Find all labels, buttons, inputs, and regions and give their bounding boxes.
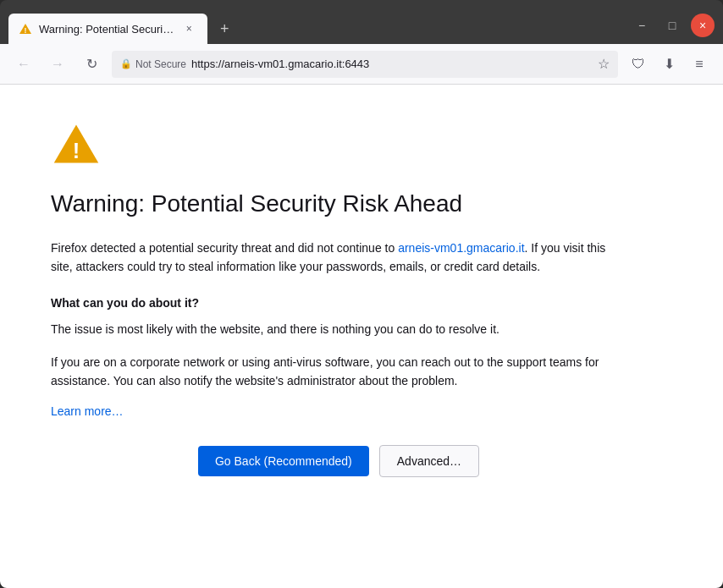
maximize-button[interactable]: □ [660,14,684,37]
nav-actions: 🛡 ⬇ ≡ [625,51,713,78]
minimize-button[interactable]: − [630,14,654,37]
not-secure-badge: 🔒 Not Secure [120,58,186,70]
lock-icon: 🔒 [120,58,132,69]
browser-window: ! Warning: Potential Securi… × + − □ × ←… [0,0,723,588]
url-suffix: :6443 [342,58,370,70]
title-bar: ! Warning: Potential Securi… × + − □ × [0,0,723,44]
tab-title: Warning: Potential Securi… [39,23,174,36]
shield-button[interactable]: 🛡 [625,51,652,78]
info-text-1: The issue is most likely with the websit… [51,320,626,338]
nav-bar: ← → ↻ 🔒 Not Secure https://arneis-vm01.g… [0,44,723,85]
svg-text:!: ! [73,139,80,162]
close-button[interactable]: × [691,14,715,37]
url-domain: gmacario.it [288,58,342,70]
menu-button[interactable]: ≡ [686,51,713,78]
address-url: https://arneis-vm01.gmacario.it:6443 [191,58,593,70]
description-part1: Firefox detected a potential security th… [51,241,398,255]
button-row: Go Back (Recommended) Advanced… [51,445,626,477]
not-secure-label: Not Secure [135,58,186,70]
tab-warning-icon: ! [19,22,32,36]
bookmark-star-icon[interactable]: ☆ [598,56,610,72]
download-button[interactable]: ⬇ [655,51,682,78]
learn-more-link[interactable]: Learn more… [51,404,672,418]
back-button[interactable]: ← [10,51,37,78]
tab-close-button[interactable]: × [180,20,197,37]
what-can-do-heading: What can you do about it? [51,296,672,310]
new-tab-button[interactable]: + [211,15,238,42]
svg-text:!: ! [25,26,27,35]
forward-button[interactable]: → [44,51,71,78]
address-bar[interactable]: 🔒 Not Secure https://arneis-vm01.gmacari… [112,51,618,78]
go-back-button[interactable]: Go Back (Recommended) [198,446,369,476]
menu-icon: ≡ [695,57,703,72]
shield-icon: 🛡 [632,57,645,72]
page-title: Warning: Potential Security Risk Ahead [51,190,672,218]
download-icon: ⬇ [664,56,675,72]
url-prefix: https://arneis-vm01. [191,58,288,70]
window-controls: − □ × [630,14,715,44]
advanced-button[interactable]: Advanced… [379,445,479,477]
active-tab[interactable]: ! Warning: Potential Securi… × [8,14,207,44]
page-content: ! Warning: Potential Security Risk Ahead… [0,85,723,588]
warning-icon-container: ! [51,118,672,173]
reload-button[interactable]: ↻ [78,51,105,78]
warning-triangle-icon: ! [51,118,102,169]
page-description: Firefox detected a potential security th… [51,239,626,277]
info-text-2: If you are on a corporate network or usi… [51,353,626,391]
site-link[interactable]: arneis-vm01.gmacario.it [398,241,524,255]
